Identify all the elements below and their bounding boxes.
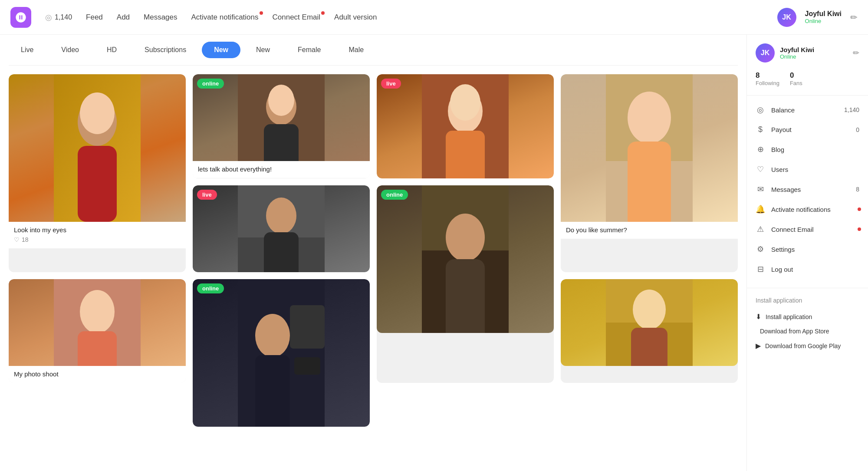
svg-point-11 (450, 84, 480, 121)
tab-female[interactable]: Female (286, 42, 333, 58)
following-count: 8 (756, 71, 779, 80)
nav-add[interactable]: Add (117, 13, 130, 22)
card-2-title: lets talk about everything! (198, 165, 365, 173)
sidebar-avatar[interactable]: JK (756, 43, 775, 63)
header-user-info: Joyful Kiwi Online (805, 10, 842, 24)
fans-stat: 0 Fans (790, 71, 802, 86)
tab-subscriptions[interactable]: Subscriptions (132, 42, 198, 58)
card-4[interactable]: Do you like summer? (561, 74, 738, 272)
svg-point-3 (80, 92, 115, 134)
settings-menu-icon: ⚙ (756, 244, 765, 254)
menu-payout[interactable]: $ Payout 0 (747, 120, 868, 139)
svg-point-25 (80, 290, 115, 333)
googleplay-item[interactable]: ▶ Download from Google Play (756, 338, 859, 353)
install-section-title: Install application (756, 297, 859, 304)
sidebar-profile: JK Joyful Kiwi Online ✏ (747, 43, 868, 71)
install-app-icon: ⬇ (756, 313, 761, 321)
card-9[interactable] (561, 279, 738, 383)
menu-messages-label: Messages (771, 186, 850, 193)
following-stat: 8 Following (756, 71, 779, 86)
users-menu-icon: ♡ (756, 165, 765, 174)
menu-logout-label: Log out (771, 266, 859, 273)
nav-messages[interactable]: Messages (144, 13, 177, 22)
menu-balance[interactable]: ◎ Balance 1,140 (747, 100, 868, 120)
menu-connect-email[interactable]: ⚠ Connect Email (747, 219, 868, 239)
tab-new-active[interactable]: New (202, 42, 240, 58)
googleplay-icon: ▶ (756, 342, 761, 350)
header-user-section: JK Joyful Kiwi Online ✏ (777, 8, 858, 27)
svg-rect-19 (264, 232, 299, 272)
blog-menu-icon: ⊕ (756, 145, 765, 154)
card-5[interactable]: live (193, 185, 370, 272)
svg-rect-2 (78, 146, 117, 222)
tab-male[interactable]: Male (336, 42, 376, 58)
sidebar-menu: ◎ Balance 1,140 $ Payout 0 ⊕ Blog ♡ User… (747, 96, 868, 283)
card-1[interactable]: Look into my eyes ♡ 18 (9, 74, 186, 272)
appstore-label: Download from App Store (760, 328, 829, 335)
svg-rect-23 (446, 259, 485, 333)
menu-balance-label: Balance (771, 106, 838, 114)
header-avatar[interactable]: JK (777, 8, 796, 27)
svg-rect-6 (264, 124, 299, 161)
balance-menu-icon: ◎ (756, 105, 765, 115)
nav-feed[interactable]: Feed (86, 13, 103, 22)
header-user-status: Online (805, 18, 842, 24)
install-app-item[interactable]: ⬇ Install application (756, 309, 859, 324)
sidebar-install-section: Install application ⬇ Install applicatio… (747, 288, 868, 362)
fans-label: Fans (790, 80, 802, 86)
sidebar-stats: 8 Following 0 Fans (747, 71, 868, 96)
menu-messages-count: 8 (856, 186, 859, 193)
svg-rect-35 (631, 328, 667, 366)
edit-profile-icon[interactable]: ✏ (850, 12, 858, 23)
heart-icon: ♡ (14, 236, 20, 243)
connect-email-dot (858, 227, 861, 231)
nav-activate-notifications[interactable]: Activate notifications (191, 13, 259, 22)
card-2-info: lets talk about everything! (193, 161, 370, 178)
card-4-info: Do you like summer? (561, 222, 738, 239)
svg-rect-31 (255, 355, 290, 427)
category-tabs: Live Video HD Subscriptions New New Fema… (9, 35, 738, 66)
card-1-likes: ♡ 18 (14, 236, 181, 243)
tab-live[interactable]: Live (9, 42, 46, 58)
tab-video[interactable]: Video (49, 42, 91, 58)
svg-rect-15 (628, 142, 671, 222)
nav-adult-version[interactable]: Adult version (334, 13, 377, 22)
nav-connect-email[interactable]: Connect Email (273, 13, 321, 22)
menu-users[interactable]: ♡ Users (747, 159, 868, 179)
sidebar-edit-icon[interactable]: ✏ (853, 48, 859, 58)
svg-point-34 (633, 290, 666, 329)
card-3[interactable]: live (377, 74, 554, 178)
menu-connect-email-label: Connect Email (771, 226, 859, 233)
menu-activate-notifications[interactable]: 🔔 Activate notifications (747, 199, 868, 219)
menu-settings-label: Settings (771, 246, 859, 253)
menu-blog[interactable]: ⊕ Blog (747, 139, 868, 159)
googleplay-label: Download from Google Play (765, 343, 841, 349)
tab-hd[interactable]: HD (95, 42, 129, 58)
card-7[interactable]: My photo shoot (9, 279, 186, 383)
svg-point-30 (255, 314, 290, 357)
menu-payout-count: 0 (856, 126, 859, 133)
menu-settings[interactable]: ⚙ Settings (747, 239, 868, 259)
card-1-like-count: 18 (22, 236, 29, 243)
logo[interactable] (10, 7, 31, 28)
appstore-item[interactable]: Download from App Store (756, 324, 859, 338)
card-1-info: Look into my eyes ♡ 18 (9, 222, 186, 248)
balance-value: 1,140 (55, 13, 72, 21)
card-8[interactable]: online (193, 279, 370, 427)
sidebar: JK Joyful Kiwi Online ✏ 8 Following 0 Fa… (746, 35, 868, 471)
menu-blog-label: Blog (771, 146, 859, 153)
tab-new[interactable]: New (244, 42, 282, 58)
card-4-title: Do you like summer? (566, 226, 733, 234)
svg-point-7 (268, 85, 294, 116)
card-2[interactable]: online lets talk about everything! (193, 74, 370, 178)
svg-rect-28 (290, 305, 325, 349)
fans-count: 0 (790, 71, 802, 80)
menu-notifications-label: Activate notifications (771, 206, 859, 213)
menu-messages[interactable]: ✉ Messages 8 (747, 179, 868, 199)
svg-point-22 (446, 214, 485, 261)
card-6[interactable]: online (377, 185, 554, 383)
menu-logout[interactable]: ⊟ Log out (747, 259, 868, 279)
balance-icon: ◎ (45, 13, 52, 22)
svg-point-18 (266, 198, 296, 234)
logout-menu-icon: ⊟ (756, 264, 765, 274)
